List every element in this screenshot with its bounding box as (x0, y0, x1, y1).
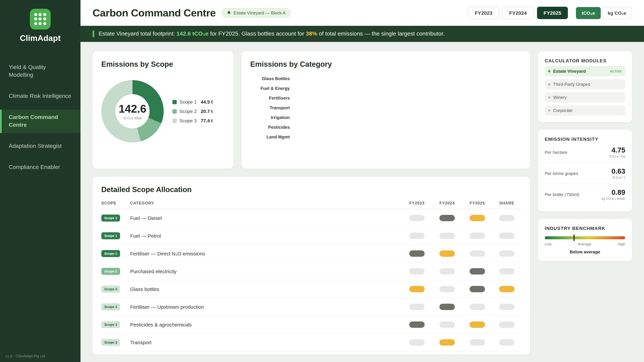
benchmark-marker (574, 235, 575, 241)
scope-allocation-card: Detailed Scope Allocation SCOPECATEGORYF… (92, 177, 530, 355)
benchmark-gradient-bar (545, 236, 625, 239)
category-bar-row: Pesticides (250, 125, 521, 130)
legend-value: 44.5 t (201, 99, 213, 105)
table-header-row: SCOPECATEGORYFY2023FY2024FY2025SHARE (101, 201, 521, 209)
table-row[interactable]: Scope 3Glass bottles (101, 280, 521, 298)
legend-label: Scope 2 (180, 109, 197, 114)
module-label: Third-Party Grapes (553, 82, 590, 87)
module-item[interactable]: Winery (545, 92, 625, 103)
heat-pill (409, 304, 425, 310)
donut-total-value: 142.6 (118, 103, 146, 115)
heat-pill-cell (402, 232, 432, 239)
scope-badge: Scope 1 (101, 250, 120, 257)
scope-badge-cell: Scope 3 (101, 285, 130, 293)
category-cell: Glass bottles (130, 286, 402, 292)
banner-accent (92, 30, 94, 37)
module-item[interactable]: Estate VineyardACTIVE (545, 66, 625, 76)
unit-button[interactable]: tCO₂e (576, 7, 600, 19)
module-label: Corporate (553, 108, 572, 113)
heat-pill (440, 304, 455, 310)
heat-pill (499, 250, 514, 257)
year-button[interactable]: FY2023 (468, 7, 499, 19)
heat-pill-cell (432, 215, 462, 221)
table-row[interactable]: Scope 1Fuel — Diesel (101, 209, 521, 227)
table-row[interactable]: Scope 3Pesticides & agrochemicals (101, 316, 521, 334)
header-controls: FY2023FY2024FY2025 tCO₂ekg CO₂e (468, 7, 632, 19)
category-bar-row: Irrigation (250, 115, 521, 120)
category-bar-row: Transport (250, 105, 521, 110)
legend-swatch (172, 118, 177, 123)
heat-pill (499, 286, 514, 292)
heat-pill (499, 215, 514, 221)
unit-button[interactable]: kg CO₂e (602, 7, 632, 19)
table-row[interactable]: Scope 3Transport (101, 334, 521, 351)
heat-pill (499, 232, 514, 239)
benchmark-label-high: High (618, 242, 625, 246)
column-header: FY2024 (432, 201, 462, 205)
banner-segment: Estate Vineyard total footprint: (98, 30, 176, 37)
heat-pill (440, 215, 455, 221)
module-dot-icon (548, 70, 550, 72)
bell-icon (227, 11, 231, 15)
legend-value: 20.7 t (201, 109, 213, 114)
banner-text: Estate Vineyard total footprint: 142.6 t… (98, 30, 444, 37)
scope-badge: Scope 1 (101, 232, 120, 239)
heat-pill-cell (462, 304, 492, 310)
category-cell: Fuel — Petrol (130, 233, 402, 239)
heat-pill-cell (432, 268, 462, 274)
table-row[interactable]: Scope 1Fertiliser — Direct N₂O emissions (101, 245, 521, 263)
column-header: SHARE (492, 201, 521, 205)
metric-value-block: 4.75tCO₂e / ha (610, 146, 625, 158)
heat-pill (409, 321, 425, 328)
scope-badge-cell: Scope 3 (101, 321, 130, 328)
app-window: ClimAdapt Yield & Quality ModellingClima… (0, 0, 644, 362)
module-label: Estate Vineyard (553, 69, 586, 74)
sidebar-item[interactable]: Adaptation Strategist (0, 138, 80, 154)
metric-value-block: 0.63tCO₂e / t (612, 167, 625, 179)
metric-label: Per bottle (750ml) (545, 192, 580, 197)
sidebar-item[interactable]: Compliance Enabler (0, 159, 80, 175)
scope-badge-cell: Scope 2 (101, 268, 130, 275)
heat-pill (470, 286, 485, 292)
module-item[interactable]: Corporate (545, 105, 625, 116)
scope-badge: Scope 3 (101, 285, 120, 293)
heat-pill-cell (462, 286, 492, 292)
heat-pill-cell (432, 304, 462, 310)
heat-pill-cell (492, 339, 521, 346)
sidebar: ClimAdapt Yield & Quality ModellingClima… (0, 0, 80, 362)
heat-pill-cell (432, 339, 462, 346)
heat-pill (440, 286, 455, 292)
legend-label: Scope 3 (180, 118, 197, 123)
heat-pill-cell (402, 250, 432, 257)
heat-pill (409, 268, 425, 274)
table-title: Detailed Scope Allocation (101, 185, 521, 194)
table-row[interactable]: Scope 2Purchased electricity (101, 263, 521, 280)
scope-badge: Scope 3 (101, 303, 120, 310)
module-dot-icon (548, 96, 550, 98)
heat-pill-cell (402, 286, 432, 292)
scope-badge-cell: Scope 1 (101, 250, 130, 257)
year-button[interactable]: FY2024 (502, 7, 534, 19)
metric-unit: tCO₂e / ha (610, 155, 625, 158)
scope-donut-chart: 142.6 tCO₂e total (101, 80, 164, 142)
context-badge[interactable]: Estate Vineyard — Block A (222, 8, 290, 18)
heat-pill-cell (492, 232, 521, 239)
scope-badge-cell: Scope 3 (101, 339, 130, 346)
heat-pill (499, 339, 514, 346)
metric-label: Per tonne grapes (545, 171, 578, 176)
module-item[interactable]: Third-Party Grapes (545, 79, 625, 89)
year-button[interactable]: FY2025 (537, 7, 568, 19)
table-row[interactable]: Scope 1Fuel — Petrol (101, 227, 521, 245)
sidebar-item[interactable]: Carbon Command Centre (0, 110, 80, 133)
sidebar-footer: v1.0 · ClimAdapt Pty Ltd (5, 354, 45, 358)
category-cell: Fuel — Diesel (130, 215, 402, 221)
table-row[interactable]: Scope 3Fertiliser — Upstream production (101, 298, 521, 316)
banner-segment: 38% (306, 30, 317, 37)
sidebar-item[interactable]: Yield & Quality Modelling (0, 60, 80, 83)
heat-pill (499, 268, 514, 274)
heat-pill (470, 339, 485, 346)
bar-label: Fertilisers (250, 95, 290, 100)
heat-pill-cell (462, 215, 492, 221)
sidebar-item[interactable]: Climate Risk Intelligence (0, 88, 80, 104)
heat-pill-cell (492, 286, 521, 292)
